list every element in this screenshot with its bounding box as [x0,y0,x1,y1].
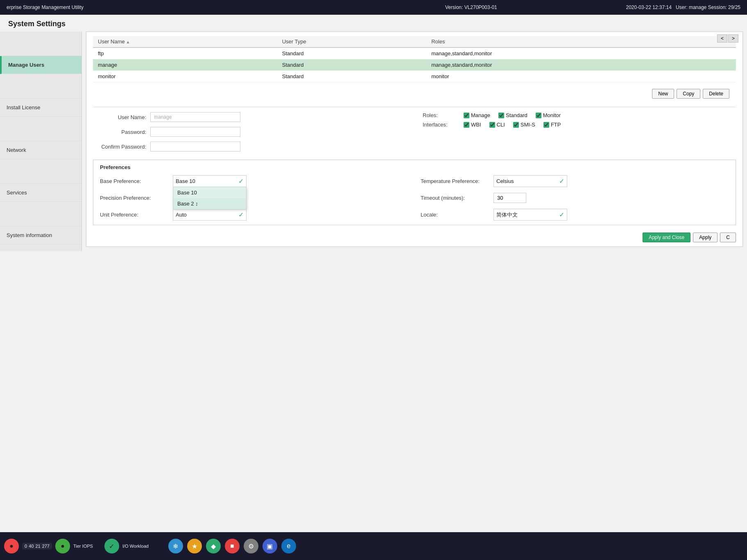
unit-preference-select[interactable]: Auto ✓ [173,209,247,221]
username-input[interactable] [150,112,240,122]
cancel-button[interactable]: C [720,233,736,242]
sidebar-item-manage-users[interactable]: Manage Users [0,56,81,74]
table-row[interactable]: manage Standard manage,standard,monitor [93,59,736,71]
table-row[interactable]: monitor Standard monitor [93,71,736,82]
confirm-password-row: Confirm Password: [93,142,406,151]
apply-button[interactable]: Apply [693,233,718,242]
locale-label: Locale: [421,212,490,218]
role-manage[interactable]: Manage [464,112,490,118]
taskbar: ● 0 40 21 277 ● Tier IOPS ✓ I/O Workload… [0,532,747,560]
cell-roles: manage,standard,monitor [426,47,736,59]
base-preference-select[interactable]: Base 10 ✓ [173,175,247,187]
username-label: User Name: [93,114,150,120]
nav-next-button[interactable]: > [728,34,738,43]
sidebar-item-network[interactable]: Network [0,141,81,159]
taskbar-nums-group: 0 40 21 277 [22,543,52,549]
precision-preference-row: Precision Preference: Base 2 ↕ ✓ [100,192,408,204]
interfaces-row: Interfaces: WBI CLI [423,122,736,128]
dropdown-item-base10[interactable]: Base 10 [173,187,246,198]
sidebar-item-install-license[interactable]: Install License [0,99,81,117]
col-username[interactable]: User Name [93,36,277,47]
table-row[interactable]: ftp Standard manage,standard,monitor [93,47,736,59]
iface-smis[interactable]: SMI-S [513,122,535,128]
timeout-row: Timeout (minutes): [421,192,729,204]
action-buttons: New Copy Delete [93,86,736,101]
page-title: System Settings [0,15,747,32]
iface-cli[interactable]: CLI [489,122,505,128]
form-left: User Name: Password: Confirm Password: [93,112,406,156]
temperature-preference-label: Temperature Preference: [421,178,490,184]
password-input[interactable] [150,127,240,137]
interfaces-checkboxes: WBI CLI SMI-S [464,122,561,128]
taskbar-app-icon-ie[interactable]: e [281,539,296,553]
users-section: User Name User Type Roles ftp Standard m… [86,32,742,105]
iface-wbi-checkbox[interactable] [464,122,469,128]
roles-row: Roles: Manage Standard [423,112,736,118]
temperature-preference-select[interactable]: Celsius ✓ [493,175,567,187]
cell-usertype: Standard [277,59,426,71]
taskbar-app-icon-leaf[interactable]: ◆ [206,539,221,553]
users-table: User Name User Type Roles ftp Standard m… [93,36,736,82]
role-monitor[interactable]: Monitor [536,112,561,118]
nav-prev-button[interactable]: < [717,34,727,43]
taskbar-app-icon-gear[interactable]: ⚙ [244,539,258,553]
confirm-password-input[interactable] [150,142,240,151]
taskbar-icon-2[interactable]: ● [55,539,70,553]
preferences-title: Preferences [100,164,729,170]
password-label: Password: [93,129,150,135]
delete-button[interactable]: Delete [703,89,729,99]
iface-ftp[interactable]: FTP [543,122,561,128]
copy-button[interactable]: Copy [677,89,700,99]
interfaces-label: Interfaces: [423,122,464,128]
top-bar: erprise Storage Management Utility Versi… [0,0,747,15]
divider [93,107,736,107]
cell-roles: manage,standard,monitor [426,59,736,71]
taskbar-icon-3[interactable]: ✓ [104,539,119,553]
taskbar-app-icon-circle[interactable]: ■ [225,539,240,553]
iface-ftp-checkbox[interactable] [543,122,549,128]
role-manage-checkbox[interactable] [464,113,469,118]
locale-row: Locale: 简体中文 ✓ [421,209,729,221]
cell-username: monitor [93,71,277,82]
apply-and-close-button[interactable]: Apply and Close [643,233,690,242]
role-standard[interactable]: Standard [498,112,527,118]
content-area: Manage Users Install License Network Ser… [0,32,747,251]
unit-preference-arrow-icon: ✓ [238,211,244,219]
sidebar-item-services[interactable]: Services [0,184,81,202]
base-preference-label: Base Preference: [100,178,170,184]
sidebar-item-system-info[interactable]: System information [0,226,81,244]
taskbar-app-icon-star[interactable]: ★ [187,539,202,553]
base-preference-dropdown[interactable]: Base 10 Base 2 ↕ [173,187,247,210]
iface-cli-checkbox[interactable] [489,122,495,128]
dropdown-item-base2[interactable]: Base 2 ↕ [173,198,246,209]
preferences-grid: Base Preference: Base 10 ✓ Base 10 Base … [100,175,729,221]
role-standard-checkbox[interactable] [498,113,504,118]
temperature-preference-row: Temperature Preference: Celsius ✓ [421,175,729,187]
locale-arrow-icon: ✓ [559,211,564,219]
role-monitor-checkbox[interactable] [536,113,541,118]
confirm-password-label: Confirm Password: [93,144,150,150]
iface-smis-checkbox[interactable] [513,122,519,128]
precision-preference-label: Precision Preference: [100,195,170,201]
user-form: User Name: Password: Confirm Password: [86,109,742,156]
col-usertype: User Type [277,36,426,47]
unit-preference-label: Unit Preference: [100,212,170,218]
locale-select[interactable]: 简体中文 ✓ [493,209,567,221]
password-row: Password: [93,127,406,137]
form-right: Roles: Manage Standard [423,112,736,156]
bottom-buttons: Apply and Close Apply C [86,228,742,246]
preferences-section: Preferences Base Preference: Base 10 ✓ [93,160,736,225]
base-preference-container: Base 10 ✓ Base 10 Base 2 ↕ [173,175,247,187]
taskbar-app-icon-snowflake[interactable]: ❄ [168,539,183,553]
taskbar-app-icon-windows[interactable]: ▣ [263,539,277,553]
iface-wbi[interactable]: WBI [464,122,481,128]
timeout-input[interactable] [493,193,526,203]
new-button[interactable]: New [652,89,674,99]
sidebar: Manage Users Install License Network Ser… [0,32,82,251]
tier-iops-label: Tier IOPS [73,544,93,549]
io-workload-label: I/O Workload [122,544,149,549]
timeout-label: Timeout (minutes): [421,195,490,201]
unit-preference-row: Unit Preference: Auto ✓ [100,209,408,221]
datetime-label: 2020-03-22 12:37:14 User: manage Session… [626,5,740,10]
taskbar-icon-1[interactable]: ● [4,539,19,553]
